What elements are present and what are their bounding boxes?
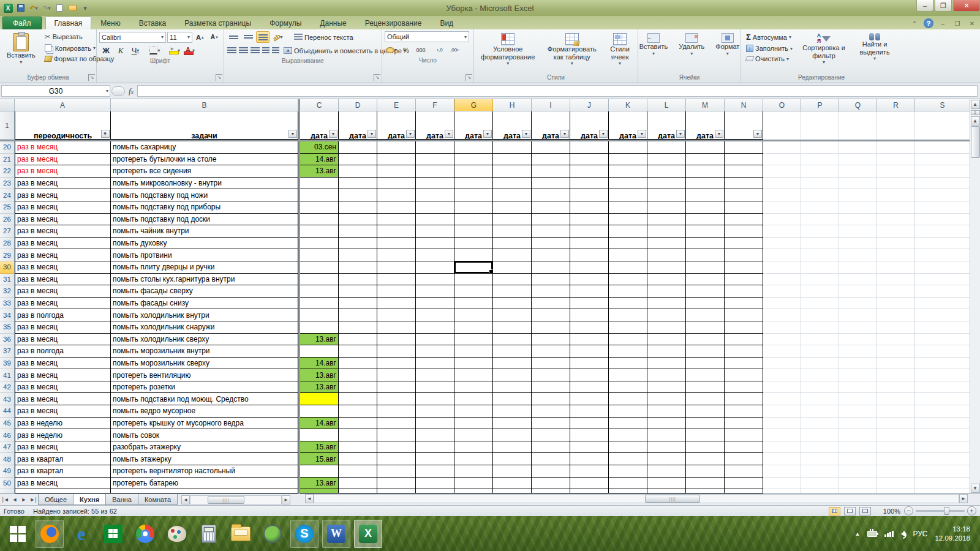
cell-G24[interactable] — [454, 189, 493, 201]
cell-M32[interactable] — [686, 285, 725, 298]
cell-D51[interactable] — [339, 489, 377, 493]
cell-S29[interactable] — [915, 249, 970, 261]
taskbar-icon-paint[interactable] — [163, 520, 191, 548]
cell-N31[interactable] — [725, 274, 763, 286]
cell-Q32[interactable] — [839, 285, 877, 298]
cell-C33[interactable] — [300, 298, 339, 310]
cell-P50[interactable] — [801, 478, 839, 490]
cell-M30[interactable] — [686, 261, 725, 274]
cell-K34[interactable] — [609, 309, 647, 321]
cell-P24[interactable] — [801, 189, 839, 201]
cell-E28[interactable] — [377, 238, 416, 250]
clock[interactable]: 13:18 12.09.2018 — [935, 525, 970, 543]
cell-C50[interactable]: 13.авг — [300, 478, 339, 490]
cell-period-48[interactable]: раз в квартал — [15, 453, 111, 465]
cell-Q28[interactable] — [839, 238, 877, 250]
cell-G46[interactable] — [454, 429, 493, 441]
cell-R23[interactable] — [877, 178, 915, 190]
row-header-27[interactable]: 27 — [0, 225, 15, 238]
cell-N23[interactable] — [725, 178, 763, 190]
cell-O45[interactable] — [763, 418, 801, 430]
cell-Q20[interactable] — [839, 141, 877, 154]
language-indicator[interactable]: РУС — [913, 530, 927, 538]
cell-M49[interactable] — [686, 465, 725, 478]
cell-M27[interactable] — [686, 225, 725, 238]
cell-H50[interactable] — [493, 478, 532, 490]
vscroll-thumb[interactable] — [971, 126, 980, 158]
cell-C48[interactable]: 15.авг — [300, 453, 339, 465]
cell-P35[interactable] — [801, 321, 839, 334]
row-header-43[interactable]: 43 — [0, 393, 15, 405]
find-select-button[interactable]: Найти и выделить▾ — [853, 31, 897, 73]
cell-G23[interactable] — [454, 178, 493, 190]
cell-R46[interactable] — [877, 429, 915, 441]
col-header-P[interactable]: P — [801, 99, 839, 111]
cell-P29[interactable] — [801, 249, 839, 261]
col-header-J[interactable]: J — [570, 99, 609, 111]
cell-F20[interactable] — [416, 141, 454, 154]
cell-N47[interactable] — [725, 441, 763, 454]
paste-button[interactable]: Вставить▾ — [2, 31, 40, 73]
cell-O42[interactable] — [763, 381, 801, 394]
cell-N27[interactable] — [725, 225, 763, 238]
cell-K50[interactable] — [609, 478, 647, 490]
cell-Q33[interactable] — [839, 298, 877, 310]
row-header-37[interactable]: 37 — [0, 345, 15, 358]
cell-period-37[interactable]: раз в полгода — [15, 345, 111, 358]
cell-E48[interactable] — [377, 453, 416, 465]
wrap-text-button[interactable]: Перенос текста — [292, 32, 356, 42]
cell-R25[interactable] — [877, 201, 915, 214]
cell-O20[interactable] — [763, 141, 801, 154]
cell-M43[interactable] — [686, 393, 725, 405]
cell-H51[interactable] — [493, 489, 532, 493]
cell-F23[interactable] — [416, 178, 454, 190]
cell-H45[interactable] — [493, 418, 532, 430]
cell-S27[interactable] — [915, 225, 970, 238]
cell-D34[interactable] — [339, 309, 377, 321]
help-icon[interactable]: ? — [924, 18, 933, 28]
cell-H46[interactable] — [493, 429, 532, 441]
cell-J50[interactable] — [570, 478, 609, 490]
conditional-formatting-button[interactable]: Условное форматирование▾ — [477, 31, 539, 73]
cell-C25[interactable] — [300, 201, 339, 214]
number-format-select[interactable]: Общий▾ — [385, 31, 469, 42]
cell-O44[interactable] — [763, 405, 801, 418]
filter-dropdown-icon[interactable]: ▼ — [638, 130, 646, 138]
hscroll-left-icon[interactable]: ◄ — [181, 495, 190, 504]
cell-period-22[interactable]: раз в месяц — [15, 165, 111, 178]
cell-Q49[interactable] — [839, 465, 877, 478]
cell-R34[interactable] — [877, 309, 915, 321]
close-button[interactable]: ✕ — [953, 0, 980, 12]
cell-S34[interactable] — [915, 309, 970, 321]
cell-S28[interactable] — [915, 238, 970, 250]
italic-button[interactable]: К — [114, 45, 127, 56]
cell-G28[interactable] — [454, 238, 493, 250]
cell-E23[interactable] — [377, 178, 416, 190]
row-header-35[interactable]: 35 — [0, 321, 15, 334]
taskbar-icon-excel[interactable]: X — [354, 520, 382, 548]
accounting-format-button[interactable]: ▾ — [385, 44, 398, 56]
cell-Q26[interactable] — [839, 214, 877, 226]
cell-Q21[interactable] — [839, 154, 877, 166]
cell-H27[interactable] — [493, 225, 532, 238]
cell-I37[interactable] — [532, 345, 570, 358]
cell-task-29[interactable]: помыть протвини — [111, 249, 298, 261]
cell-C22[interactable]: 13.авг — [300, 165, 339, 178]
cell-Q45[interactable] — [839, 418, 877, 430]
cell-task-20[interactable]: помыть сахарницу — [111, 141, 298, 154]
cell-S51[interactable] — [915, 489, 970, 493]
cell-J24[interactable] — [570, 189, 609, 201]
cell-F35[interactable] — [416, 321, 454, 334]
cell-O39[interactable] — [763, 358, 801, 370]
cell-task-46[interactable]: помыть совок — [111, 429, 298, 441]
filter-dropdown-icon[interactable]: ▼ — [599, 130, 608, 138]
cell-J42[interactable] — [570, 381, 609, 394]
row-header-28[interactable]: 28 — [0, 238, 15, 250]
cell-M42[interactable] — [686, 381, 725, 394]
cell-K30[interactable] — [609, 261, 647, 274]
tab-Меню[interactable]: Меню — [91, 17, 129, 29]
col-header-S[interactable]: S — [915, 99, 970, 111]
cell-P27[interactable] — [801, 225, 839, 238]
cell-I45[interactable] — [532, 418, 570, 430]
cell-D31[interactable] — [339, 274, 377, 286]
